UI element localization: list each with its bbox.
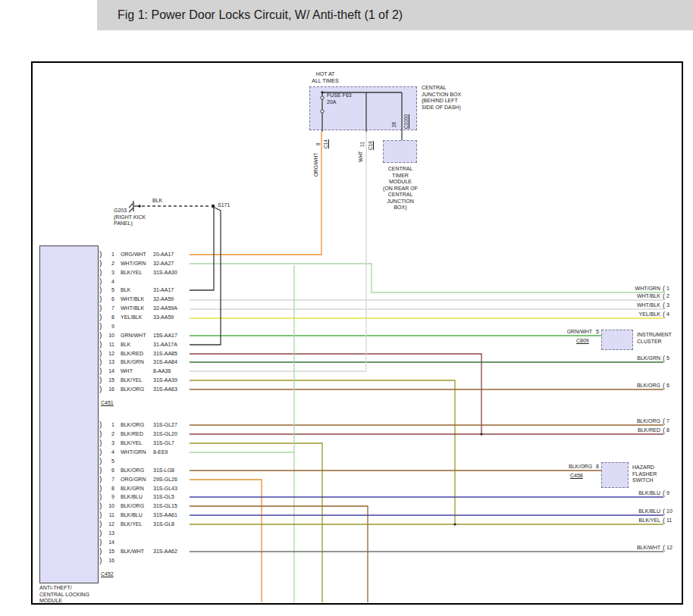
pin-circuit: 32-AA59	[152, 295, 190, 303]
fuse-rating: 20A	[327, 99, 352, 106]
pin-row-c452-3: )3BLK/YEL31S-GL7	[99, 439, 190, 447]
pin-wire-color: GRN/WHT	[116, 332, 152, 339]
pin-number: 12	[105, 521, 116, 528]
junction-dot	[212, 205, 215, 208]
pin-bracket: )	[99, 314, 105, 321]
pin-wire-color: WHT	[116, 367, 152, 375]
pin-number: 6	[105, 467, 116, 474]
pin-row-c451-6: )6WHT/BLK32-AA59	[99, 295, 190, 303]
connector-label-c451: C451	[101, 400, 114, 405]
pin-circuit: 31S-GL43	[152, 485, 190, 492]
pin-bracket: )	[99, 386, 105, 393]
pin-wire-color: BLK/ORG	[116, 502, 152, 510]
instrument-cluster-label: INSTRUMENT CLUSTER	[637, 332, 672, 345]
pin-wire-color: BLK	[116, 286, 152, 294]
pin-wire-color: BLK/ORG	[116, 386, 152, 393]
pin-number: 11	[105, 341, 116, 349]
pin-row-c452-12: )12BLK/YEL31S-GL8	[99, 521, 190, 528]
pin-wire-color: BLK/RED	[116, 430, 152, 438]
right-wire-color: BLK/BLU	[637, 508, 662, 514]
pin-row-c452-8: )8BLK/GRN31S-GL43	[99, 485, 190, 492]
right-pin-number: 9	[665, 490, 672, 496]
pin-row-c451-1: )1ORG/WHT20-AA17	[99, 251, 190, 258]
pin-wire-color: BLK/GRN	[116, 358, 152, 366]
pin-row-c451-3: )3BLK/YEL31S-AA30	[99, 269, 190, 277]
right-pin-number: 10	[665, 508, 672, 514]
pin-row-c452-6: )6BLK/ORG31S-LG8	[99, 467, 190, 474]
junction-dot	[453, 523, 456, 525]
right-pin-row-2: WHT/BLK(2	[590, 293, 672, 299]
pin-row-c452-13: )13	[99, 530, 190, 537]
pin-circuit: 8-EE9	[152, 449, 190, 456]
right-wire-color: YEL/BLK	[638, 311, 662, 317]
pin-row-c451-2: )2WHT/GRN32-AA27	[99, 260, 190, 267]
c1000-pin-label: 26	[390, 118, 397, 127]
right-pin-row-11: BLK/YEL(11	[590, 518, 672, 524]
pin-number: 13	[105, 530, 116, 537]
cluster-wire-color: GRN/WHT	[567, 329, 592, 335]
pin-row-c451-13: )13BLK/GRN31S-AA84	[99, 358, 190, 366]
ground-id: G203	[114, 208, 146, 214]
pin-bracket: )	[99, 332, 105, 339]
pin-bracket: )	[99, 251, 105, 258]
pin-number: 5	[105, 458, 116, 465]
pin-bracket: )	[99, 377, 105, 384]
pin-bracket: )	[99, 367, 105, 375]
hazard-pin-number: 8	[596, 464, 599, 470]
pin-circuit: 15S-AA17	[152, 332, 190, 339]
right-pin-number: 7	[665, 418, 672, 424]
right-pin-number: 12	[665, 545, 672, 551]
right-pin-number: 3	[665, 302, 672, 308]
pin-wire-color: BLK/ORG	[116, 467, 152, 474]
pin-bracket: )	[99, 458, 105, 465]
cluster-pin-number: 5	[596, 329, 599, 335]
pin-bracket: )	[99, 502, 105, 510]
pin-row-c451-10: )10GRN/WHT15S-AA17	[99, 332, 190, 339]
pin-wire-color: WHT/GRN	[116, 449, 152, 456]
pin-row-c452-11: )11BLK/BLU31S-AA61	[99, 511, 190, 519]
pin-circuit: 31S-AA63	[152, 386, 190, 393]
hazard-connector-label: C458	[570, 473, 583, 480]
pin-number: 10	[105, 332, 116, 339]
pin-number: 16	[105, 386, 116, 393]
pin-row-c452-9: )9BLK/BLU31S-GL5	[99, 493, 190, 501]
pin-bracket: )	[99, 511, 105, 519]
pin-wire-color: BLK/YEL	[116, 439, 152, 447]
pin-bracket: )	[99, 260, 105, 267]
pin-number: 10	[105, 502, 116, 510]
fuse-terminal	[321, 110, 324, 113]
right-pin-number: 6	[665, 383, 672, 389]
right-wire-color: BLK/ORG	[635, 418, 662, 424]
pin-number: 4	[105, 278, 116, 286]
pin-circuit: 31S-GL20	[152, 430, 190, 438]
pin-row-c452-5: )5	[99, 458, 190, 465]
pin-circuit: 31-AA17A	[152, 341, 190, 349]
right-wire-color: BLK/BLU	[637, 490, 662, 496]
pin-bracket: )	[99, 305, 105, 312]
pin-circuit: 31S-GL5	[152, 493, 190, 501]
pin-circuit: 32-AA27	[152, 260, 190, 267]
pin-wire-color: BLK/GRN	[116, 485, 152, 492]
right-pin-row-9: BLK/BLU(9	[590, 490, 672, 496]
right-pin-number: 4	[665, 311, 672, 317]
pin-row-c452-15: )15BLK/WHT31S-AA62	[99, 548, 190, 555]
wire-wht-grn-32aa27	[106, 264, 663, 292]
pin-wire-color: BLK/YEL	[116, 377, 152, 384]
pin-bracket: )	[99, 341, 105, 349]
junction-dot	[480, 433, 482, 435]
right-pin-row-7: BLK/ORG(7	[590, 418, 672, 424]
c18-connector-label: C18	[367, 138, 374, 150]
pin-circuit: 20-AA17	[152, 251, 190, 258]
right-pin-number: 2	[665, 293, 672, 299]
pin-bracket: )	[99, 350, 105, 358]
pin-wire-color: WHT/BLK	[116, 305, 152, 312]
pin-number: 5	[105, 286, 116, 294]
c14-pin-label: 8	[315, 138, 321, 145]
pin-bracket: )	[99, 430, 105, 438]
pin-row-c451-12: )12BLK/RED31S-AA85	[99, 350, 190, 358]
pin-row-c451-15: )15BLK/YEL31S-AA39	[99, 377, 190, 384]
pin-wire-color: BLK/BLU	[116, 493, 152, 501]
fuse-name: FUSE F63	[327, 92, 352, 99]
pin-row-c451-11: )11BLK31-AA17A	[99, 341, 190, 349]
pin-circuit: 33-AA59	[152, 314, 190, 321]
